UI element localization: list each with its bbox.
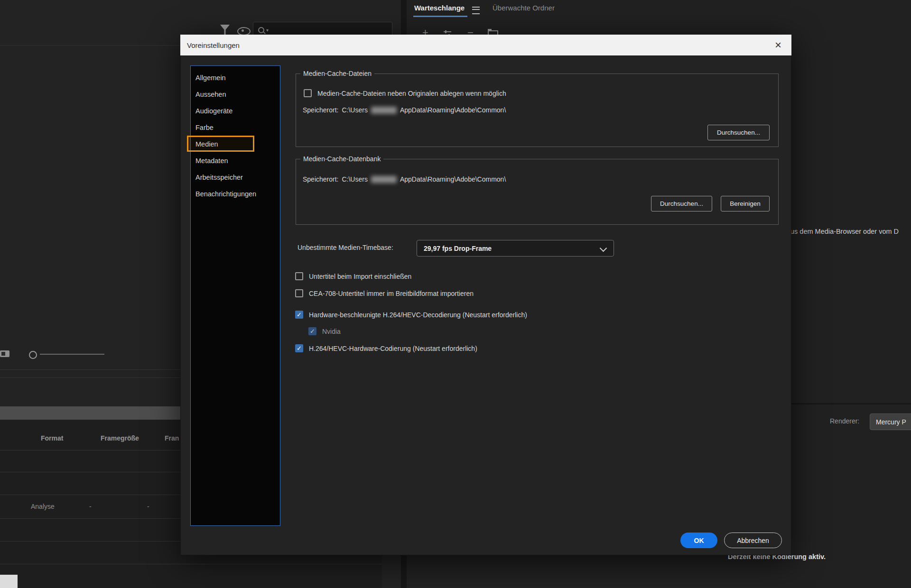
selected-category-highlight [187, 136, 254, 152]
option-cea708-breitbild[interactable]: CEA-708-Untertitel immer im Breitbildfor… [295, 289, 474, 297]
zoom-slider[interactable] [40, 354, 104, 355]
check-icon: ✓ [310, 327, 315, 335]
cache-db-clean-button[interactable]: Bereinigen [721, 196, 770, 211]
location-label: Speicherort: [303, 175, 338, 183]
redacted-username [371, 107, 397, 114]
option-label: Hardware-beschleunigte H.264/HEVC-Decodi… [309, 311, 527, 319]
drop-hint-text: us dem Media-Browser oder vom D [790, 228, 911, 235]
sidebar-item-aussehen[interactable]: Aussehen [191, 86, 280, 102]
analyse-value-1: - [89, 503, 92, 510]
media-cache-files-group: Medien-Cache-Dateien Medien-Cache-Dateie… [296, 74, 779, 147]
cache-files-location: Speicherort: C:\Users AppData\Roaming\Ad… [303, 106, 506, 114]
cache-db-location: Speicherort: C:\Users AppData\Roaming\Ad… [303, 175, 506, 183]
filter-icon[interactable] [220, 25, 230, 35]
renderer-label: Renderer: [830, 417, 859, 425]
check-icon: ✓ [297, 311, 302, 319]
column-header-format[interactable]: Format [41, 434, 63, 442]
timebase-dropdown[interactable]: 29,97 fps Drop-Frame [417, 240, 614, 257]
option-label: Untertitel beim Import einschließen [309, 273, 411, 280]
sidebar-item-arbeitsspeicher[interactable]: Arbeitsspeicher [191, 169, 280, 185]
cache-beside-originals-checkbox[interactable] [304, 89, 312, 97]
option-nvidia[interactable]: ✓ Nvidia [308, 327, 341, 335]
sidebar-item-metadaten[interactable]: Metadaten [191, 152, 280, 169]
cea708-breitbild-checkbox[interactable] [295, 289, 303, 297]
browser-toolbar-divider [0, 45, 180, 46]
option-label: H.264/HEVC-Hardware-Codierung (Neustart … [309, 345, 477, 352]
close-icon[interactable]: × [765, 35, 791, 55]
cache-db-browse-button[interactable]: Durchsuchen... [651, 196, 712, 211]
location-path-prefix: C:\Users [342, 175, 367, 183]
cache-files-browse-button[interactable]: Durchsuchen... [707, 125, 770, 140]
location-path-prefix: C:\Users [342, 106, 367, 114]
check-icon: ✓ [297, 344, 302, 352]
search-chevron-icon[interactable]: ▾ [266, 28, 269, 33]
loop-toggle-icon[interactable] [29, 351, 37, 359]
hw-decoding-checkbox[interactable]: ✓ [295, 311, 303, 319]
taskbar-fragment [0, 575, 18, 588]
option-label: CEA-708-Untertitel immer im Breitbildfor… [309, 290, 474, 297]
sidebar-item-allgemein[interactable]: Allgemein [191, 69, 280, 86]
preferences-category-list: Allgemein Aussehen Audiogeräte Farbe Med… [190, 65, 280, 526]
group-title: Medien-Cache-Datenbank [300, 155, 383, 163]
hw-encoding-checkbox[interactable]: ✓ [295, 344, 303, 352]
group-title: Medien-Cache-Dateien [300, 70, 374, 77]
dialog-title: Voreinstellungen [187, 41, 240, 49]
column-header-framerate[interactable]: Fran [165, 434, 179, 442]
option-hw-decoding[interactable]: ✓ Hardware-beschleunigte H.264/HEVC-Deco… [295, 311, 527, 319]
ok-button[interactable]: OK [680, 533, 717, 548]
analyse-row-label: Analyse [31, 503, 55, 510]
location-path-suffix: AppData\Roaming\Adobe\Common\ [400, 175, 506, 183]
redacted-username [371, 176, 397, 183]
preferences-dialog: Voreinstellungen × Allgemein Aussehen Au… [180, 35, 791, 555]
table-row-divider [0, 564, 382, 564]
media-cache-database-group: Medien-Cache-Datenbank Speicherort: C:\U… [296, 159, 779, 225]
renderer-dropdown[interactable]: Mercury P [870, 413, 911, 430]
clip-icon [0, 350, 9, 357]
tab-ueberwachte-ordner[interactable]: Überwachte Ordner [493, 4, 555, 12]
chevron-down-icon [600, 245, 607, 252]
option-label: Medien-Cache-Dateien neben Originalen ab… [317, 90, 506, 97]
dialog-titlebar[interactable]: Voreinstellungen × [180, 35, 791, 55]
column-header-framesize[interactable]: Framegröße [101, 434, 139, 442]
option-hw-encoding[interactable]: ✓ H.264/HEVC-Hardware-Codierung (Neustar… [295, 344, 477, 352]
option-label: Nvidia [322, 328, 341, 335]
app-window: Warteschlange Überwachte Ordner + − ▾ us… [0, 0, 911, 588]
dialog-body: Allgemein Aussehen Audiogeräte Farbe Med… [180, 55, 791, 555]
panel-menu-icon[interactable] [472, 7, 480, 14]
location-path-suffix: AppData\Roaming\Adobe\Common\ [400, 106, 506, 114]
analyse-value-2: - [147, 503, 149, 510]
sidebar-item-audiogeraete[interactable]: Audiogeräte [191, 102, 280, 119]
timebase-label: Unbestimmte Medien-Timebase: [297, 244, 393, 251]
location-label: Speicherort: [303, 106, 338, 114]
option-untertitel-import[interactable]: Untertitel beim Import einschließen [295, 272, 411, 280]
untertitel-import-checkbox[interactable] [295, 272, 303, 280]
cancel-button[interactable]: Abbrechen [724, 533, 782, 548]
sidebar-item-benachrichtigungen[interactable]: Benachrichtigungen [191, 185, 280, 202]
timebase-value: 29,97 fps Drop-Frame [424, 245, 492, 252]
search-input[interactable] [270, 26, 381, 34]
cache-beside-originals-option[interactable]: Medien-Cache-Dateien neben Originalen ab… [304, 89, 506, 97]
renderer-value: Mercury P [876, 418, 906, 426]
nvidia-checkbox[interactable]: ✓ [308, 327, 316, 335]
sidebar-item-farbe[interactable]: Farbe [191, 119, 280, 136]
search-icon [258, 27, 264, 33]
tab-active-underline [413, 16, 467, 17]
tab-warteschlange[interactable]: Warteschlange [414, 4, 465, 12]
